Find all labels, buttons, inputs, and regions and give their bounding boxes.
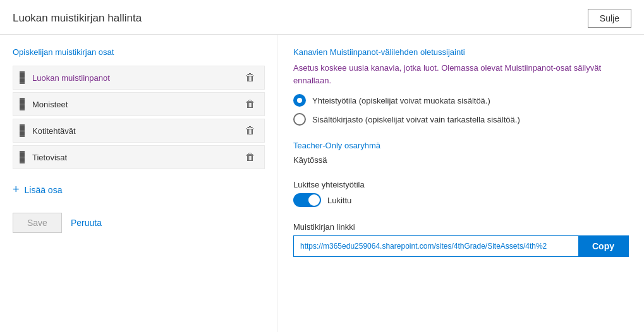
page: Luokan muistikirjan hallinta Sulje Opisk… bbox=[0, 0, 644, 332]
teacher-only-value: Käytössä bbox=[293, 155, 629, 165]
header: Luokan muistikirjan hallinta Sulje bbox=[0, 0, 644, 35]
radio-content-circle bbox=[293, 113, 306, 126]
radio-collab-circle bbox=[293, 94, 306, 107]
notebook-link-title: Muistikirjan linkki bbox=[293, 222, 629, 232]
list-item: Kotitehtävät 🗑 bbox=[13, 119, 265, 143]
plus-icon: + bbox=[13, 183, 20, 196]
delete-icon-1[interactable]: 🗑 bbox=[243, 72, 258, 83]
delete-icon-2[interactable]: 🗑 bbox=[243, 98, 258, 110]
copy-button[interactable]: Copy bbox=[578, 236, 628, 256]
link-input-row: Copy bbox=[293, 235, 629, 257]
list-item: Tietovisat 🗑 bbox=[13, 145, 265, 169]
section-label-3: Kotitehtävät bbox=[32, 126, 238, 136]
default-location-description: Asetus koskee uusia kanavia, jotka luot.… bbox=[293, 62, 629, 86]
drag-handle[interactable] bbox=[20, 124, 25, 137]
page-title: Luokan muistikirjan hallinta bbox=[13, 12, 142, 25]
link-input[interactable] bbox=[294, 236, 578, 256]
drag-handle[interactable] bbox=[20, 71, 25, 84]
radio-content[interactable]: Sisältökirjasto (opiskelijat voivat vain… bbox=[293, 113, 629, 126]
section-label-2: Monisteet bbox=[32, 100, 238, 109]
radio-collab-label: Yhteistyötila (opiskelijat voivat muokat… bbox=[312, 96, 490, 105]
list-item: Luokan muistiinpanot 🗑 bbox=[13, 66, 265, 90]
default-location-section: Kanavien Muistiinpanot-välilehden oletus… bbox=[293, 47, 629, 126]
action-buttons: Save Peruuta bbox=[13, 213, 265, 233]
add-section-button[interactable]: + Lisää osa bbox=[13, 179, 265, 200]
main-content: Opiskelijan muistikirjan osat Luokan mui… bbox=[0, 35, 644, 332]
section-label-1: Luokan muistiinpanot bbox=[32, 73, 238, 83]
right-panel: Kanavien Muistiinpanot-välilehden oletus… bbox=[278, 35, 644, 332]
lock-toggle-row: Lukittu bbox=[293, 193, 629, 207]
list-item: Monisteet 🗑 bbox=[13, 92, 265, 116]
notebook-link-section: Muistikirjan linkki Copy bbox=[293, 222, 629, 257]
delete-icon-3[interactable]: 🗑 bbox=[243, 125, 258, 136]
toggle-thumb bbox=[308, 194, 320, 206]
lock-toggle-label: Lukittu bbox=[327, 196, 351, 205]
section-label-4: Tietovisat bbox=[32, 153, 238, 162]
lock-toggle[interactable] bbox=[293, 193, 321, 207]
teacher-only-section: Teacher-Only osaryhmä Käytössä bbox=[293, 141, 629, 165]
toggle-track bbox=[293, 193, 321, 207]
close-button[interactable]: Sulje bbox=[588, 9, 631, 28]
cancel-button[interactable]: Peruuta bbox=[71, 213, 102, 232]
teacher-only-title: Teacher-Only osaryhmä bbox=[293, 141, 629, 150]
left-panel: Opiskelijan muistikirjan osat Luokan mui… bbox=[0, 35, 278, 332]
radio-content-label: Sisältökirjasto (opiskelijat voivat vain… bbox=[312, 115, 520, 124]
save-button[interactable]: Save bbox=[13, 213, 62, 233]
radio-collab[interactable]: Yhteistyötila (opiskelijat voivat muokat… bbox=[293, 94, 629, 107]
lock-title: Lukitse yhteistyötila bbox=[293, 180, 629, 189]
radio-group: Yhteistyötila (opiskelijat voivat muokat… bbox=[293, 94, 629, 126]
lock-section: Lukitse yhteistyötila Lukittu bbox=[293, 180, 629, 207]
drag-handle[interactable] bbox=[20, 98, 25, 110]
left-section-title: Opiskelijan muistikirjan osat bbox=[13, 47, 265, 57]
default-location-title: Kanavien Muistiinpanot-välilehden oletus… bbox=[293, 47, 629, 57]
drag-handle[interactable] bbox=[20, 151, 25, 163]
notebook-section-list: Luokan muistiinpanot 🗑 Monisteet 🗑 bbox=[13, 66, 265, 169]
add-section-label: Lisää osa bbox=[25, 185, 63, 195]
delete-icon-4[interactable]: 🗑 bbox=[243, 151, 258, 163]
